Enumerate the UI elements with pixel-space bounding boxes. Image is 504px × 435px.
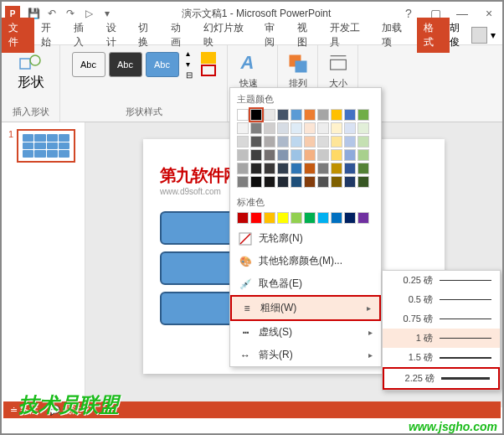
color-swatch[interactable]	[304, 163, 316, 174]
color-swatch[interactable]	[304, 212, 316, 224]
color-swatch[interactable]	[264, 136, 275, 148]
color-swatch[interactable]	[277, 109, 289, 121]
rounded-rect-shape[interactable]	[160, 211, 240, 245]
color-swatch[interactable]	[237, 109, 249, 121]
color-swatch[interactable]	[331, 122, 342, 134]
user-avatar-icon[interactable]	[471, 27, 487, 44]
shapes-button[interactable]: 形状	[14, 49, 48, 95]
color-swatch[interactable]	[304, 176, 316, 188]
color-swatch[interactable]	[304, 109, 316, 121]
color-swatch[interactable]	[250, 212, 262, 224]
color-swatch[interactable]	[291, 163, 302, 174]
color-swatch[interactable]	[304, 149, 316, 161]
no-outline-item[interactable]: 无轮廓(N)	[230, 227, 381, 250]
color-swatch[interactable]	[264, 163, 275, 174]
weight-option[interactable]: 2.25 磅	[383, 367, 500, 390]
dashes-item[interactable]: ┅ 虚线(S) ▸	[230, 321, 381, 344]
color-swatch[interactable]	[331, 109, 342, 121]
color-swatch[interactable]	[291, 212, 302, 224]
color-swatch[interactable]	[237, 212, 249, 224]
color-swatch[interactable]	[237, 176, 249, 188]
color-swatch[interactable]	[237, 122, 249, 134]
color-swatch[interactable]	[344, 109, 356, 121]
color-swatch[interactable]	[250, 122, 262, 134]
shape-style-preset-3[interactable]: Abc	[146, 52, 179, 77]
color-swatch[interactable]	[291, 136, 302, 148]
color-swatch[interactable]	[344, 176, 356, 188]
weight-option[interactable]: 0.5 磅	[383, 290, 500, 309]
color-swatch[interactable]	[277, 136, 289, 148]
shape-fill-button[interactable]	[201, 52, 216, 64]
color-swatch[interactable]	[357, 163, 369, 174]
color-swatch[interactable]	[331, 136, 342, 148]
tab-format[interactable]: 格式	[417, 18, 450, 53]
user-dropdown-icon[interactable]: ▾	[491, 29, 496, 41]
slide-thumbnail-1[interactable]: 1	[8, 129, 78, 163]
color-swatch[interactable]	[277, 176, 289, 188]
style-gallery-more-icon[interactable]: ⊟	[186, 70, 193, 80]
color-swatch[interactable]	[264, 212, 275, 224]
color-swatch[interactable]	[277, 122, 289, 134]
color-swatch[interactable]	[317, 109, 329, 121]
tab-addins[interactable]: 加载项	[375, 18, 417, 53]
weight-option[interactable]: 1 磅	[383, 329, 500, 348]
weight-option[interactable]: 0.75 磅	[383, 309, 500, 329]
color-swatch[interactable]	[277, 149, 289, 161]
color-swatch[interactable]	[264, 122, 275, 134]
color-swatch[interactable]	[357, 136, 369, 148]
color-swatch[interactable]	[357, 176, 369, 188]
color-swatch[interactable]	[291, 122, 302, 134]
rounded-rect-shape[interactable]	[160, 251, 240, 285]
color-swatch[interactable]	[250, 176, 262, 188]
color-swatch[interactable]	[291, 149, 302, 161]
color-swatch[interactable]	[237, 149, 249, 161]
color-swatch[interactable]	[277, 163, 289, 174]
style-gallery-up-icon[interactable]: ▴	[186, 49, 193, 58]
color-swatch[interactable]	[317, 212, 329, 224]
weight-item[interactable]: ≡ 粗细(W) ▸	[230, 295, 381, 321]
color-swatch[interactable]	[331, 163, 342, 174]
weight-option[interactable]: 0.25 磅	[383, 271, 500, 290]
color-swatch[interactable]	[344, 136, 356, 148]
rounded-rect-shape[interactable]	[160, 292, 240, 325]
eyedropper-item[interactable]: 💉 取色器(E)	[230, 272, 381, 295]
color-swatch[interactable]	[331, 149, 342, 161]
color-swatch[interactable]	[317, 149, 329, 161]
color-swatch[interactable]	[250, 109, 262, 121]
color-swatch[interactable]	[317, 122, 329, 134]
color-swatch[interactable]	[304, 122, 316, 134]
color-swatch[interactable]	[264, 149, 275, 161]
shape-style-preset-2[interactable]: Abc	[109, 52, 142, 77]
color-swatch[interactable]	[344, 163, 356, 174]
color-swatch[interactable]	[237, 136, 249, 148]
weight-option[interactable]: 1.5 磅	[383, 348, 500, 367]
more-outline-colors-item[interactable]: 🎨 其他轮廓颜色(M)...	[230, 250, 381, 272]
color-swatch[interactable]	[344, 212, 356, 224]
color-swatch[interactable]	[317, 163, 329, 174]
color-swatch[interactable]	[357, 149, 369, 161]
color-swatch[interactable]	[344, 122, 356, 134]
color-swatch[interactable]	[344, 149, 356, 161]
color-swatch[interactable]	[317, 136, 329, 148]
user-name[interactable]: 胡俊	[450, 21, 468, 49]
color-swatch[interactable]	[291, 176, 302, 188]
color-swatch[interactable]	[357, 212, 369, 224]
color-swatch[interactable]	[304, 136, 316, 148]
color-swatch[interactable]	[237, 163, 249, 174]
color-swatch[interactable]	[331, 176, 342, 188]
close-icon[interactable]: ×	[479, 5, 499, 22]
color-swatch[interactable]	[250, 136, 262, 148]
shape-outline-button[interactable]	[201, 65, 216, 76]
color-swatch[interactable]	[357, 109, 369, 121]
color-swatch[interactable]	[250, 163, 262, 174]
color-swatch[interactable]	[264, 176, 275, 188]
color-swatch[interactable]	[357, 122, 369, 134]
color-swatch[interactable]	[291, 109, 302, 121]
shape-style-preset-1[interactable]: Abc	[72, 52, 105, 77]
color-swatch[interactable]	[317, 176, 329, 188]
color-swatch[interactable]	[264, 109, 275, 121]
color-swatch[interactable]	[277, 212, 289, 224]
color-swatch[interactable]	[250, 149, 262, 161]
color-swatch[interactable]	[331, 212, 342, 224]
arrows-item[interactable]: ↔ 箭头(R) ▸	[230, 344, 381, 366]
